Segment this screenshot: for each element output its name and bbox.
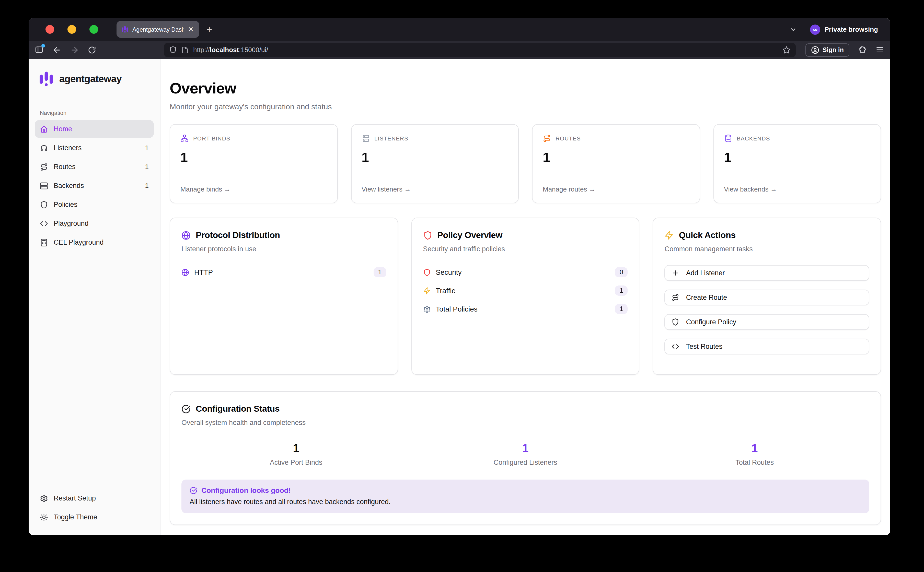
route-icon (40, 163, 48, 171)
metric-active-port-binds: 1 Active Port Binds (181, 442, 411, 466)
home-icon (40, 125, 48, 133)
sidebar-item-listeners[interactable]: Listeners 1 (35, 139, 154, 157)
policy-row-traffic: Traffic 1 (423, 286, 628, 296)
restart-setup-button[interactable]: Restart Setup (35, 489, 154, 507)
stat-label: PORT BINDS (193, 135, 231, 141)
policy-label: Total Policies (436, 305, 477, 313)
zoom-window-button[interactable] (89, 25, 98, 34)
sidebar-item-policies[interactable]: Policies (35, 196, 154, 213)
new-tab-button[interactable]: + (206, 24, 212, 35)
nav-section-label: Navigation (35, 110, 154, 116)
code-icon (40, 219, 48, 227)
stat-value: 1 (181, 150, 327, 165)
sidebar-item-routes[interactable]: Routes 1 (35, 158, 154, 176)
test-routes-button[interactable]: Test Routes (665, 339, 869, 354)
stat-value: 1 (361, 150, 508, 165)
url-path: :15000/ui/ (239, 46, 268, 54)
manage-routes-link[interactable]: Manage routes → (543, 185, 689, 193)
forward-button[interactable] (70, 45, 79, 54)
view-backends-link[interactable]: View backends → (724, 185, 870, 193)
shield-icon (40, 201, 48, 208)
policy-label: Traffic (436, 286, 455, 295)
configure-policy-button[interactable]: Configure Policy (665, 314, 869, 330)
manage-binds-link[interactable]: Manage binds → (181, 185, 327, 193)
headphones-icon (40, 144, 48, 152)
tab-close-icon[interactable]: ✕ (187, 25, 195, 34)
calculator-icon (40, 238, 48, 246)
reload-button[interactable] (88, 46, 96, 54)
tab-list-chevron-icon[interactable] (790, 26, 797, 33)
url-text[interactable]: http://localhost:15000/ui/ (193, 46, 778, 54)
globe-icon (181, 231, 191, 240)
code-icon (672, 343, 679, 350)
lightning-icon (665, 231, 674, 240)
close-window-button[interactable] (45, 25, 54, 34)
sidebar-item-home[interactable]: Home (35, 120, 154, 138)
stats-row: PORT BINDS 1 Manage binds → LISTENERS 1 (170, 124, 881, 203)
browser-tab-bar: Agentgateway Dashboard ✕ + ∞ Private bro… (29, 18, 890, 41)
count-badge: 1 (615, 304, 628, 314)
restart-setup-label: Restart Setup (54, 494, 96, 502)
card-title: Configuration Status (196, 404, 280, 414)
sidebar-item-playground[interactable]: Playground (35, 214, 154, 232)
sign-in-button[interactable]: Sign in (806, 43, 849, 56)
action-label: Test Routes (686, 343, 723, 350)
back-button[interactable] (52, 45, 61, 54)
card-subtitle: Common management tasks (665, 245, 869, 253)
main-content: Overview Monitor your gateway's configur… (160, 59, 890, 535)
metric-value: 1 (640, 442, 869, 455)
sidebar-item-label: Playground (54, 219, 89, 227)
banner-message: All listeners have routes and all routes… (190, 498, 861, 505)
firefox-view-icon[interactable] (35, 45, 44, 54)
gear-icon (40, 494, 48, 502)
menu-hamburger-icon[interactable] (876, 45, 884, 54)
sidebar-item-label: Backends (54, 182, 84, 190)
server-icon (361, 134, 370, 143)
tab-favicon-icon (121, 26, 129, 33)
card-subtitle: Listener protocols in use (181, 245, 386, 253)
address-bar[interactable]: http://localhost:15000/ui/ (164, 43, 796, 57)
minimize-window-button[interactable] (67, 25, 76, 34)
stat-label: BACKENDS (737, 135, 770, 141)
plus-icon (672, 269, 679, 277)
metric-configured-listeners: 1 Configured Listeners (411, 442, 640, 466)
gear-icon (423, 305, 430, 313)
browser-toolbar: http://localhost:15000/ui/ Sign in (29, 41, 890, 59)
desktop: Agentgateway Dashboard ✕ + ∞ Private bro… (0, 0, 924, 572)
quick-actions-card: Quick Actions Common management tasks Ad… (653, 218, 881, 375)
card-title: Protocol Distribution (196, 230, 280, 241)
card-title: Quick Actions (679, 230, 735, 241)
protocol-distribution-card: Protocol Distribution Listener protocols… (170, 218, 398, 375)
brand[interactable]: agentgateway (35, 70, 154, 87)
toggle-theme-button[interactable]: Toggle Theme (35, 508, 154, 526)
add-listener-button[interactable]: Add Listener (665, 265, 869, 281)
extensions-puzzle-icon[interactable] (858, 45, 867, 54)
sidebar-count: 1 (145, 144, 149, 152)
protocol-label: HTTP (194, 268, 213, 276)
card-title: Policy Overview (437, 230, 502, 241)
shield-permissions-icon[interactable] (169, 46, 177, 54)
database-icon (724, 134, 732, 143)
sidebar-item-cel-playground[interactable]: CEL Playground (35, 233, 154, 251)
protocol-row-http: HTTP 1 (181, 267, 386, 277)
sidebar-item-label: Listeners (54, 144, 82, 152)
shield-icon (423, 231, 432, 240)
create-route-button[interactable]: Create Route (665, 289, 869, 305)
card-subtitle: Overall system health and completeness (181, 419, 869, 426)
circle-check-icon (181, 404, 191, 414)
sidebar-item-backends[interactable]: Backends 1 (35, 177, 154, 194)
configuration-status-card: Configuration Status Overall system heal… (170, 391, 881, 525)
sidebar-item-label: Policies (54, 201, 78, 208)
action-label: Add Listener (686, 269, 725, 277)
metric-value: 1 (181, 442, 411, 455)
shield-icon (423, 268, 430, 276)
bookmark-star-icon[interactable] (783, 46, 791, 54)
view-listeners-link[interactable]: View listeners → (361, 185, 508, 193)
browser-tab[interactable]: Agentgateway Dashboard ✕ (117, 21, 199, 38)
page-info-icon[interactable] (181, 46, 189, 53)
circle-check-icon (190, 487, 197, 494)
sidebar-item-label: CEL Playground (54, 238, 104, 246)
sidebar-footer: Restart Setup Toggle Theme (35, 489, 154, 527)
url-host: localhost (210, 46, 239, 54)
globe-icon (181, 268, 189, 276)
